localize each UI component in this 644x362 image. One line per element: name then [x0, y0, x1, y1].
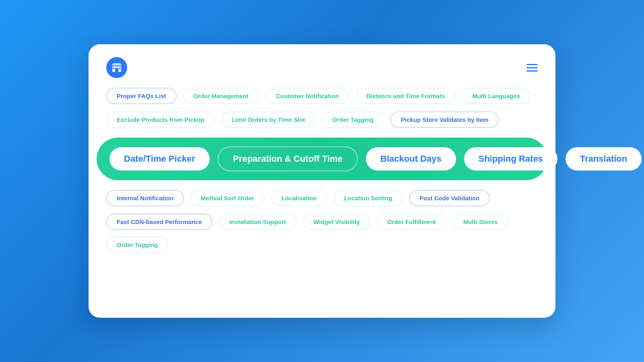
- feature-tag[interactable]: Customer Notification: [265, 88, 349, 104]
- feature-tag[interactable]: Widget Visibility: [303, 214, 370, 230]
- feature-tag[interactable]: Distance and Time Formats: [356, 88, 456, 104]
- feature-tag[interactable]: Fast CDN-based Performance: [106, 214, 213, 230]
- feature-tag[interactable]: Proper FAQs List: [106, 88, 177, 104]
- feature-tag[interactable]: Pickup Store Validates by Item: [390, 111, 499, 128]
- logo: [106, 57, 127, 78]
- card-header: [89, 44, 555, 88]
- feature-tag[interactable]: Order Management: [183, 88, 259, 104]
- feature-tag[interactable]: Exclude Products from Pickup: [106, 111, 215, 128]
- feature-tag[interactable]: Order Fulfillment: [377, 214, 446, 230]
- svg-rect-1: [115, 68, 118, 72]
- feature-tag[interactable]: Shipping Rates: [464, 147, 557, 171]
- feature-tag[interactable]: Localisation: [271, 190, 327, 206]
- svg-rect-3: [119, 68, 121, 69]
- feature-tag[interactable]: Method Sort Order: [190, 190, 265, 206]
- feature-tag[interactable]: Location Sorting: [334, 190, 402, 206]
- feature-tag[interactable]: Installation Support: [219, 214, 297, 230]
- feature-tag[interactable]: Order Tagging: [322, 111, 384, 128]
- feature-tag[interactable]: Order Tagging: [106, 237, 168, 253]
- feature-tag[interactable]: Post Code Validation: [409, 190, 490, 206]
- feature-tag[interactable]: Blackout Days: [366, 147, 456, 171]
- tag-row-1: Proper FAQs ListOrder ManagementCustomer…: [106, 88, 538, 104]
- featured-band: Date/Time PickerPreparation & Cutoff Tim…: [97, 138, 547, 180]
- tag-row-3: Internal NotificationMethod Sort OrderLo…: [106, 190, 538, 206]
- feature-tag[interactable]: Limit Orders by Time Slot: [221, 111, 316, 128]
- menu-button[interactable]: [526, 64, 538, 72]
- tag-row-2: Exclude Products from PickupLimit Orders…: [106, 111, 538, 128]
- tag-row-4: Fast CDN-based PerformanceInstallation S…: [106, 214, 538, 253]
- bottom-section: Internal NotificationMethod Sort OrderLo…: [89, 190, 555, 253]
- row1-section: Proper FAQs ListOrder ManagementCustomer…: [89, 88, 555, 128]
- main-card: Proper FAQs ListOrder ManagementCustomer…: [89, 44, 555, 318]
- feature-tag[interactable]: Multi Stores: [453, 214, 508, 230]
- feature-tag[interactable]: Translation: [566, 147, 642, 171]
- svg-rect-2: [113, 68, 115, 69]
- feature-tag[interactable]: Date/Time Picker: [109, 147, 210, 171]
- feature-tag[interactable]: Internal Notification: [106, 190, 184, 206]
- feature-tag[interactable]: Preparation & Cutoff Time: [218, 146, 358, 171]
- feature-tag[interactable]: Multi Languages: [462, 88, 530, 104]
